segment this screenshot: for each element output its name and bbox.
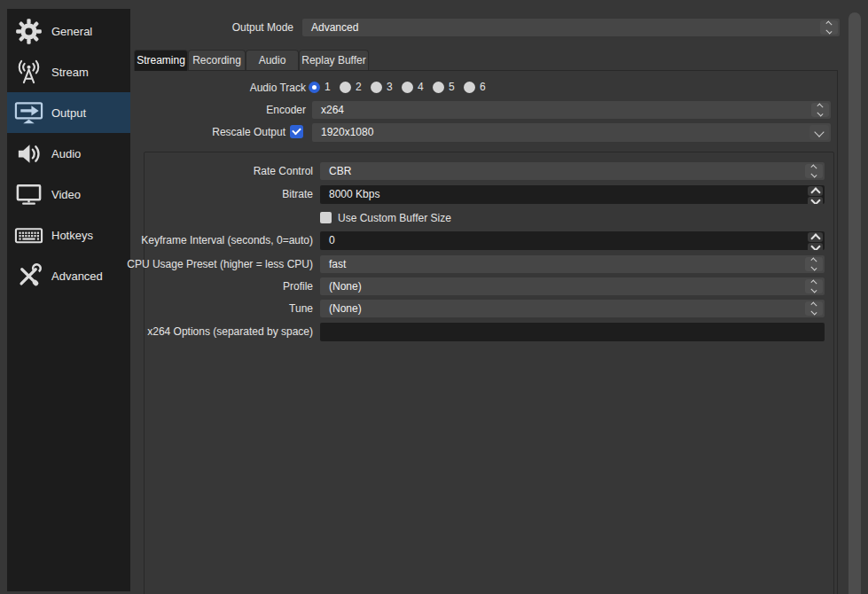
- sidebar-item-label: Output: [51, 106, 86, 120]
- spinner-buttons[interactable]: [808, 232, 823, 249]
- speaker-icon: [14, 139, 43, 168]
- keyboard-icon: [14, 221, 43, 250]
- keyframe-interval-label: Keyframe Interval (seconds, 0=auto): [141, 231, 313, 249]
- rescale-resolution-value: 1920x1080: [321, 123, 806, 142]
- audio-track-option-label: 3: [387, 80, 393, 95]
- spinner-buttons[interactable]: [808, 186, 823, 203]
- encoder-label: Encoder: [266, 101, 306, 119]
- chevron-updown-icon[interactable]: [811, 103, 829, 117]
- sidebar-item-video[interactable]: Video: [7, 174, 130, 215]
- chevron-updown-icon[interactable]: [805, 257, 823, 271]
- chevron-updown-icon[interactable]: [805, 279, 823, 293]
- chevron-updown-icon[interactable]: [805, 164, 823, 178]
- rescale-output-label: Rescale Output: [212, 123, 285, 141]
- sidebar-item-general[interactable]: General: [7, 11, 130, 51]
- audio-track-option-label: 1: [325, 80, 331, 95]
- audio-track-option-label: 4: [418, 80, 424, 95]
- x264-options-input[interactable]: [320, 323, 825, 341]
- vertical-scrollbar-thumb[interactable]: [848, 12, 861, 594]
- audio-track-option-label: 5: [449, 80, 455, 95]
- custom-buffer-checkbox[interactable]: [320, 212, 332, 223]
- sidebar-item-audio[interactable]: Audio: [7, 133, 130, 174]
- keyframe-interval-input[interactable]: 0: [320, 231, 825, 250]
- sidebar-item-advanced[interactable]: Advanced: [7, 255, 130, 296]
- rate-control-value: CBR: [329, 162, 800, 180]
- output-mode-select[interactable]: Advanced: [302, 19, 840, 36]
- audio-track-radio-1[interactable]: [309, 82, 320, 93]
- profile-label: Profile: [283, 277, 313, 295]
- bitrate-input[interactable]: 8000 Kbps: [320, 185, 825, 204]
- chevron-down-icon[interactable]: [809, 125, 829, 140]
- tab-recording[interactable]: Recording: [188, 50, 246, 70]
- cpu-preset-label: CPU Usage Preset (higher = less CPU): [127, 255, 313, 273]
- tab-replay-buffer[interactable]: Replay Buffer: [299, 50, 369, 70]
- audio-track-label: Audio Track: [250, 79, 306, 97]
- audio-track-radio-2[interactable]: [340, 82, 351, 93]
- tab-audio[interactable]: Audio: [246, 50, 299, 70]
- encoder-select[interactable]: x264: [312, 101, 831, 119]
- tune-select[interactable]: (None): [320, 300, 825, 317]
- sidebar-item-label: Advanced: [51, 270, 103, 283]
- cpu-preset-select[interactable]: fast: [320, 255, 825, 273]
- bitrate-label: Bitrate: [282, 185, 313, 203]
- audio-track-radio-6[interactable]: [464, 82, 475, 93]
- gear-icon: [14, 17, 43, 46]
- profile-select[interactable]: (None): [320, 277, 825, 295]
- audio-track-radio-3[interactable]: [371, 82, 382, 93]
- sidebar-item-label: Audio: [51, 147, 81, 160]
- chevron-updown-icon[interactable]: [805, 301, 823, 316]
- tab-label: Audio: [259, 54, 286, 66]
- audio-track-option-label: 2: [356, 80, 362, 95]
- chevron-updown-icon[interactable]: [820, 20, 838, 35]
- rate-control-select[interactable]: CBR: [320, 162, 825, 180]
- tab-label: Replay Buffer: [301, 54, 366, 66]
- bitrate-value: 8000 Kbps: [329, 185, 802, 204]
- custom-buffer-label: Use Custom Buffer Size: [338, 209, 451, 227]
- sidebar-item-stream[interactable]: Stream: [7, 51, 130, 92]
- spin-down-icon[interactable]: [808, 243, 823, 250]
- audio-track-radio-5[interactable]: [433, 82, 444, 93]
- profile-value: (None): [329, 277, 800, 295]
- sidebar-item-hotkeys[interactable]: Hotkeys: [7, 215, 130, 255]
- cpu-preset-value: fast: [329, 255, 800, 273]
- tune-value: (None): [329, 300, 800, 317]
- sidebar-item-label: General: [51, 25, 92, 38]
- rate-control-label: Rate Control: [254, 162, 313, 180]
- sidebar-item-label: Hotkeys: [51, 229, 93, 242]
- encoder-settings-groupbox: [144, 152, 834, 594]
- tab-label: Streaming: [137, 54, 185, 66]
- tab-label: Recording: [192, 54, 241, 66]
- encoder-value: x264: [321, 101, 806, 119]
- sidebar-item-output[interactable]: Output: [7, 92, 130, 133]
- x264-options-label: x264 Options (separated by space): [147, 323, 313, 340]
- tune-label: Tune: [289, 300, 313, 317]
- monitor-arrow-icon: [14, 98, 43, 128]
- keyframe-interval-value: 0: [329, 231, 802, 250]
- tab-streaming[interactable]: Streaming: [134, 50, 188, 71]
- audio-track-option-label: 6: [480, 80, 486, 95]
- audio-track-radio-4[interactable]: [402, 82, 413, 93]
- settings-sidebar: General Stream Output: [7, 9, 130, 591]
- display-icon: [14, 180, 43, 209]
- output-mode-label: Output Mode: [232, 19, 293, 36]
- rescale-output-checkbox[interactable]: [290, 125, 303, 138]
- sidebar-item-label: Stream: [51, 66, 89, 79]
- tools-icon: [14, 262, 43, 291]
- antenna-icon: [14, 58, 43, 87]
- sidebar-item-label: Video: [51, 188, 81, 201]
- rescale-resolution-select[interactable]: 1920x1080: [312, 123, 831, 142]
- spin-down-icon[interactable]: [808, 197, 823, 204]
- output-mode-value: Advanced: [311, 19, 815, 36]
